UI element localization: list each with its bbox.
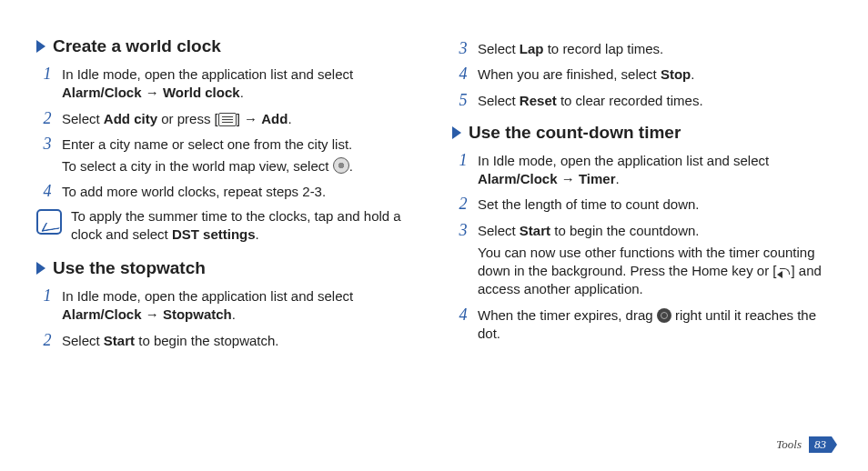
steps-stopwatch-left: 1 In Idle mode, open the application lis… xyxy=(36,284,416,354)
step-text: In Idle mode, open the application list … xyxy=(478,153,769,186)
step-number: 3 xyxy=(38,133,56,155)
step-text: Set the length of time to count down. xyxy=(478,196,700,212)
steps-stopwatch-right: 3 Select Lap to record lap times. 4 When… xyxy=(452,36,832,114)
step-number: 3 xyxy=(454,219,472,241)
step: 1 In Idle mode, open the application lis… xyxy=(452,148,832,193)
manual-page: Create a world clock 1 In Idle mode, ope… xyxy=(0,0,868,471)
step: 3 Select Start to begin the countdown. Y… xyxy=(452,218,832,303)
step-number: 4 xyxy=(454,304,472,326)
step: 1 In Idle mode, open the application lis… xyxy=(36,284,416,328)
step: 2 Set the length of time to count down. xyxy=(452,192,832,217)
note: To apply the summer time to the clocks, … xyxy=(36,205,416,250)
steps-countdown: 1 In Idle mode, open the application lis… xyxy=(452,148,832,346)
left-column: Create a world clock 1 In Idle mode, ope… xyxy=(36,36,416,354)
chevron-right-icon xyxy=(36,262,45,275)
step-text: When you are finished, select Stop. xyxy=(478,66,694,82)
step: 5 Select Reset to clear recorded times. xyxy=(452,88,832,114)
back-key-icon xyxy=(777,266,792,277)
heading-text: Create a world clock xyxy=(53,36,221,56)
step: 3 Select Lap to record lap times. xyxy=(452,36,832,62)
step: 2 Select Add city or press [] → Add. xyxy=(36,106,416,132)
step-text: Select Start to begin the stopwatch. xyxy=(62,333,278,348)
step: 4 When the timer expires, drag right unt… xyxy=(452,303,832,347)
step-number: 1 xyxy=(38,285,56,306)
two-column-layout: Create a world clock 1 In Idle mode, ope… xyxy=(36,36,832,354)
chevron-right-icon xyxy=(452,126,461,139)
step-number: 5 xyxy=(454,89,472,111)
step: 2 Select Start to begin the stopwatch. xyxy=(36,328,416,354)
heading-text: Use the stopwatch xyxy=(53,258,206,278)
right-column: 3 Select Lap to record lap times. 4 When… xyxy=(452,36,832,354)
step: 3 Enter a city name or select one from t… xyxy=(36,132,416,180)
step-text: Select Start to begin the countdown. You… xyxy=(478,223,832,299)
step: 1 In Idle mode, open the application lis… xyxy=(36,62,416,106)
footer-category: Tools xyxy=(776,437,802,452)
step-number: 2 xyxy=(454,193,472,215)
section-heading-stopwatch: Use the stopwatch xyxy=(36,258,416,278)
step-text: Enter a city name or select one from the… xyxy=(62,136,416,176)
step-number: 4 xyxy=(38,180,56,202)
steps-world-clock: 1 In Idle mode, open the application lis… xyxy=(36,62,416,205)
step-number: 4 xyxy=(454,63,472,85)
note-icon xyxy=(36,209,62,235)
step-number: 2 xyxy=(38,329,56,351)
note-text: To apply the summer time to the clocks, … xyxy=(71,207,416,245)
step-number: 3 xyxy=(454,37,472,59)
step-text: Select Lap to record lap times. xyxy=(478,41,663,56)
step-number: 2 xyxy=(38,107,56,129)
step-text: Select Add city or press [] → Add. xyxy=(62,111,292,126)
section-heading-countdown: Use the count-down timer xyxy=(452,123,832,143)
page-footer: Tools 83 xyxy=(776,436,832,453)
step: 4 To add more world clocks, repeat steps… xyxy=(36,179,416,205)
step-text: Select Reset to clear recorded times. xyxy=(478,93,703,108)
target-icon xyxy=(333,157,349,174)
step-subline: To select a city in the world map view, … xyxy=(62,157,416,175)
drag-handle-icon xyxy=(657,308,671,323)
step: 4 When you are finished, select Stop. xyxy=(452,62,832,87)
step-number: 1 xyxy=(454,149,472,171)
step-text: In Idle mode, open the application list … xyxy=(62,288,353,322)
footer-page-number: 83 xyxy=(809,436,832,453)
step-text: To add more world clocks, repeat steps 2… xyxy=(62,184,326,199)
chevron-right-icon xyxy=(36,40,45,53)
step-subline: You can now use other functions with the… xyxy=(478,244,832,299)
menu-key-icon xyxy=(218,113,237,126)
step-number: 1 xyxy=(38,63,56,85)
step-text: In Idle mode, open the application list … xyxy=(62,66,353,100)
step-text: When the timer expires, drag right until… xyxy=(478,307,816,341)
section-heading-world-clock: Create a world clock xyxy=(36,36,416,56)
heading-text: Use the count-down timer xyxy=(469,123,681,143)
